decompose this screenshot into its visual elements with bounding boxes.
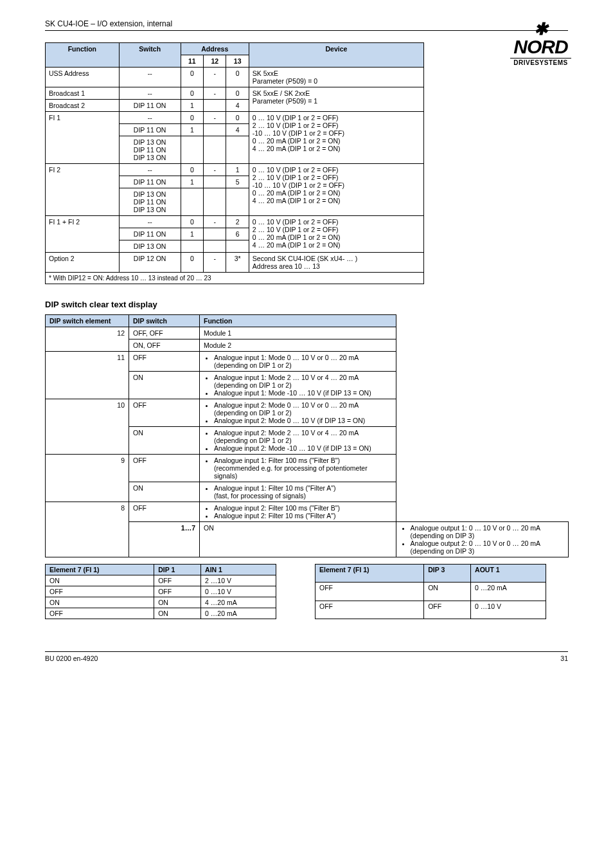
table-row: 11 OFF Analogue input 1: Mode 0 … 10 V o…: [46, 352, 569, 372]
t1-func: USS Address: [46, 68, 120, 87]
t1-switch: --: [119, 164, 181, 176]
t1-switch: DIP 11 ON: [119, 176, 181, 188]
t1-switch: --: [119, 216, 181, 228]
t1-b: -: [204, 112, 226, 124]
t4-h-b: DIP 3: [424, 565, 471, 583]
t1-switch: --: [119, 87, 181, 100]
t1-switch: DIP 13 ON: [119, 240, 181, 253]
t1-device: SK 5xxE / SK 2xxEParameter (P509) = 1: [249, 87, 423, 112]
t1-b: -: [204, 87, 226, 100]
table-row: OFFOFF0 …10 V: [315, 601, 546, 619]
t3-h-c: AIN 1: [201, 565, 276, 575]
t1-device: SK 5xxEParameter (P509) = 0: [249, 68, 423, 87]
t1-a: 0: [181, 68, 203, 87]
t1-c: 0: [226, 87, 249, 100]
t2-h-ds: DIP switch: [129, 315, 200, 327]
table-row: FI 1 -- 0 - 0 0 … 10 V (DIP 1 or 2 = OFF…: [46, 112, 424, 124]
t1-switch: DIP 11 ON: [119, 228, 181, 240]
t1-func: Broadcast 2: [46, 100, 120, 112]
table-row: OFFOFF0 …10 V: [46, 586, 276, 597]
aout1-table: Element 7 (FI 1) DIP 3 AOUT 1 OFFON0 …20…: [315, 564, 546, 619]
t1-switch: --: [119, 112, 181, 124]
table-row: OFFON0 …20 mA: [315, 583, 546, 601]
t1-func: FI 1: [46, 112, 120, 164]
dip-cleartext-table: DIP switch element DIP switch Function 1…: [45, 314, 569, 557]
t3-h-a: Element 7 (FI 1): [46, 565, 154, 575]
t1-switch: DIP 12 ON: [119, 253, 181, 273]
t1-device: 0 … 10 V (DIP 1 or 2 = OFF)2 … 10 V (DIP…: [249, 164, 423, 216]
t4-h-a: Element 7 (FI 1): [315, 565, 424, 583]
section-heading: DIP switch clear text display: [45, 300, 568, 309]
table-row: 9 OFF Analogue input 1: Filter 100 ms ("…: [46, 455, 569, 482]
t1-c: 4: [226, 100, 249, 112]
t1-a: 0: [181, 112, 203, 124]
doc-header: SK CU4-IOE – I/O extension, internal: [45, 19, 568, 31]
t1-device: Second SK CU4-IOE (SK xU4- … )Address ar…: [249, 253, 423, 273]
table-footnote: * With DIP12 = ON: Address 10 … 13 inste…: [46, 273, 424, 284]
t1-switch: DIP 13 ONDIP 11 ONDIP 13 ON: [119, 136, 181, 164]
t3-h-b: DIP 1: [154, 565, 201, 575]
t1-footnote: * With DIP12 = ON: Address 10 … 13 inste…: [46, 273, 424, 284]
t1-a: 1: [181, 124, 203, 136]
t1-func: Option 2: [46, 253, 120, 273]
t4-h-c: AOUT 1: [471, 565, 546, 583]
table-row: FI 2 -- 0 - 1 0 … 10 V (DIP 1 or 2 = OFF…: [46, 164, 424, 176]
t1-switch: DIP 11 ON: [119, 100, 181, 112]
t1-device: 0 … 10 V (DIP 1 or 2 = OFF)2 … 10 V (DIP…: [249, 112, 423, 164]
t1-c: 0: [226, 112, 249, 124]
t1-h-device: Device: [249, 43, 423, 68]
table-row: ONOFF2 …10 V: [46, 575, 276, 586]
t1-func: Broadcast 1: [46, 87, 120, 100]
table-row: OFFON0 …20 mA: [46, 608, 276, 619]
t2-h-func: Function: [200, 315, 396, 327]
t1-switch: DIP 11 ON: [119, 124, 181, 136]
table-row: FI 1 + FI 2 -- 0 - 2 0 … 10 V (DIP 1 or …: [46, 216, 424, 228]
gear-icon: ✱: [534, 21, 547, 37]
t1-a: 0: [181, 87, 203, 100]
t1-h-c3: 13: [226, 55, 249, 68]
t1-c: 4: [226, 124, 249, 136]
t1-a: 1: [181, 100, 203, 112]
t1-switch: DIP 13 ONDIP 11 ONDIP 13 ON: [119, 188, 181, 216]
logo-subtitle: DRIVESYSTEMS: [510, 58, 571, 66]
table-row: 12 OFF, OFF Module 1: [46, 327, 569, 339]
t1-func: FI 2: [46, 164, 120, 216]
t1-device: 0 … 10 V (DIP 1 or 2 = OFF)2 … 10 V (DIP…: [249, 216, 423, 253]
table-row: USS Address -- 0 - 0 SK 5xxEParameter (P…: [46, 68, 424, 87]
t1-h-c2: 12: [204, 55, 226, 68]
table-row: ONON4 …20 mA: [46, 597, 276, 608]
t1-b: -: [204, 68, 226, 87]
table-row: 10 OFF Analogue input 2: Mode 0 … 10 V o…: [46, 399, 569, 427]
t2-h-el: DIP switch element: [46, 315, 129, 327]
table-row: Option 2 DIP 12 ON 0 - 3* Second SK CU4-…: [46, 253, 424, 273]
t1-func: FI 1 + FI 2: [46, 216, 120, 253]
io-function-table: Function Switch Address Device 11 12 13 …: [45, 42, 424, 284]
page-footer: BU 0200 en-4920 31: [45, 651, 568, 662]
footer-right: 31: [560, 655, 568, 662]
t1-b: [204, 100, 226, 112]
t1-h-switch: Switch: [119, 43, 181, 68]
brand-logo: ✱NORD DRIVESYSTEMS: [510, 16, 571, 66]
t1-h-function: Function: [46, 43, 120, 68]
t1-h-address: Address: [181, 43, 249, 55]
table-row: 8 OFF Analogue input 2: Filter 100 ms ("…: [46, 502, 569, 522]
t1-switch: --: [119, 68, 181, 87]
t1-c: 0: [226, 68, 249, 87]
t1-b: [204, 124, 226, 136]
ain1-table: Element 7 (FI 1) DIP 1 AIN 1 ONOFF2 …10 …: [45, 564, 276, 619]
table-row: Broadcast 1 -- 0 - 0 SK 5xxE / SK 2xxEPa…: [46, 87, 424, 100]
t1-h-c1: 11: [181, 55, 203, 68]
logo-brand: ORD: [527, 36, 568, 57]
logo-letter: N: [513, 36, 527, 57]
footer-left: BU 0200 en-4920: [45, 655, 98, 662]
